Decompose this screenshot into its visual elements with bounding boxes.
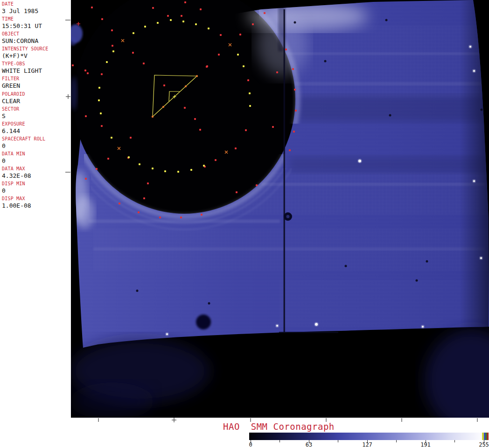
metadata-field: OBJECTSUN:CORONA <box>2 31 71 46</box>
red-fiducial-dot <box>85 178 87 180</box>
dark-speck <box>208 302 210 305</box>
red-fiducial-dot <box>138 211 140 213</box>
red-fiducial-dot <box>101 18 103 20</box>
yellow-fiducial-dot <box>144 26 146 28</box>
colorbar-minor-tick <box>396 440 397 442</box>
red-fiducial-dot <box>220 34 222 36</box>
red-fiducial-dot <box>236 191 238 193</box>
colorbar-tick-label: 255 <box>479 441 489 448</box>
metadata-field: INTENSITY SOURCE(K+F)*V <box>2 46 71 61</box>
field-value: 1.00E-08 <box>2 202 71 209</box>
red-fiducial-dot <box>101 73 103 75</box>
colorbar-tick-label: 191 <box>420 441 431 448</box>
star-dot <box>422 326 424 328</box>
dark-speck <box>294 21 296 24</box>
metadata-field: SECTORS <box>2 106 71 121</box>
red-fiducial-dot <box>235 147 237 149</box>
red-fiducial-dot <box>132 52 134 54</box>
yellow-fiducial-dot <box>111 137 112 139</box>
metadata-field: EXPOSURE6.144 <box>2 121 71 136</box>
yellow-fiducial-dot <box>139 163 140 165</box>
red-fiducial-dot <box>143 197 145 199</box>
yellow-fiducial-dot <box>237 54 239 56</box>
metadata-field: TIME15:50:31 UT <box>2 16 71 31</box>
field-value: 0 <box>2 157 71 164</box>
red-fiducial-dot <box>247 79 249 81</box>
red-fiducial-dot <box>239 34 241 35</box>
orange-vertex-dot <box>152 116 154 118</box>
dark-speck <box>324 60 327 63</box>
dark-speck <box>345 265 347 267</box>
footer: HAO SMM Coronagraph 063127191255 <box>0 418 489 448</box>
red-fiducial-dot <box>180 217 182 218</box>
red-fiducial-dot <box>111 29 113 31</box>
dark-speck <box>385 19 388 21</box>
yellow-fiducial-dot <box>243 65 244 67</box>
yellow-fiducial-dot <box>203 165 205 167</box>
yellow-fiducial-dot <box>98 99 100 101</box>
dark-speck <box>136 290 139 292</box>
field-label: INTENSITY SOURCE <box>2 46 71 52</box>
metadata-field: TYPE-OBSWHITE LIGHT <box>2 61 71 76</box>
yellow-fiducial-dot <box>164 170 166 172</box>
field-label: TIME <box>2 16 71 22</box>
red-fiducial-dot <box>293 131 295 133</box>
orange-vertex-dot <box>196 75 198 77</box>
field-value: (K+F)*V <box>2 52 71 59</box>
colorbar-tick-label: 63 <box>306 441 312 448</box>
field-label: DATE <box>2 1 71 7</box>
field-value: GREEN <box>2 82 71 89</box>
red-fiducial-dot <box>218 54 220 56</box>
plot-title: HAO SMM Coronagraph <box>223 421 335 432</box>
field-label: SPACECRAFT ROLL <box>2 136 71 142</box>
red-fiducial-dot <box>201 214 203 216</box>
orange-vertex-dot <box>162 106 164 108</box>
field-value: CLEAR <box>2 98 71 105</box>
field-value: 6.144 <box>2 127 71 134</box>
red-fiducial-dot <box>101 125 103 127</box>
star-dot <box>473 180 475 182</box>
red-fiducial-dot <box>85 115 87 117</box>
field-value: 4.32E-08 <box>2 172 71 179</box>
field-label: DISP MIN <box>2 181 71 187</box>
red-fiducial-dot <box>159 217 161 218</box>
yellow-fiducial-dot <box>106 61 108 63</box>
star-dot <box>469 46 471 48</box>
dark-speck <box>426 260 428 263</box>
yellow-fiducial-dot <box>249 92 251 94</box>
colorbar-minor-tick <box>454 440 455 442</box>
red-fiducial-dot <box>143 63 145 64</box>
red-fiducial-dot <box>295 110 297 112</box>
yellow-fiducial-dot <box>177 171 179 173</box>
red-fiducial-dot <box>215 159 217 161</box>
colorbar <box>249 433 489 440</box>
field-label: DATA MIN <box>2 151 71 157</box>
dark-speck <box>416 280 418 282</box>
red-fiducial-dot <box>184 107 186 109</box>
red-fiducial-dot <box>264 12 265 14</box>
star-dot <box>315 323 318 326</box>
red-fiducial-dot <box>245 129 247 131</box>
colorbar-minor-tick <box>338 440 338 442</box>
red-fiducial-dot <box>107 158 109 160</box>
red-fiducial-dot <box>184 1 186 3</box>
red-fiducial-dot <box>294 89 296 91</box>
yellow-fiducial-dot <box>152 168 154 169</box>
red-fiducial-dot <box>276 71 278 73</box>
red-fiducial-dot <box>272 126 274 128</box>
field-label: SECTOR <box>2 106 71 112</box>
metadata-field: DATE3 Jul 1985 <box>2 1 71 16</box>
red-fiducial-dot <box>152 7 154 9</box>
yellow-fiducial-dot <box>195 23 197 25</box>
metadata-field: POLAROIDCLEAR <box>2 91 71 106</box>
field-value: 3 Jul 1985 <box>2 7 71 14</box>
star-dot <box>276 325 278 327</box>
red-fiducial-dot <box>119 203 120 204</box>
colorbar-tick-label: 127 <box>362 441 372 448</box>
yellow-fiducial-dot <box>133 32 134 34</box>
red-fiducial-dot <box>84 70 86 71</box>
red-fiducial-dot <box>130 137 132 139</box>
red-fiducial-dot <box>87 72 89 74</box>
yellow-fiducial-dot <box>208 28 210 29</box>
red-fiducial-dot <box>256 184 258 186</box>
